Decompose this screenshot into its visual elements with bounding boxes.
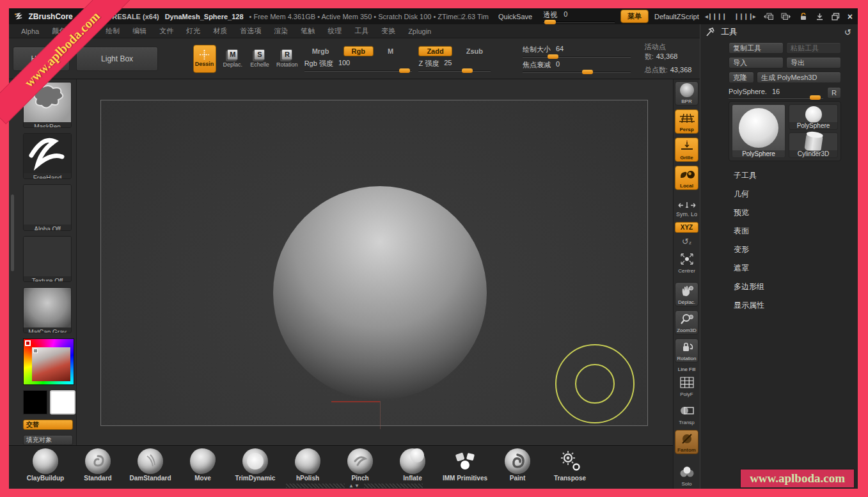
- rgb-toggle[interactable]: Rgb: [343, 46, 374, 56]
- menu-material[interactable]: 材质: [207, 24, 233, 38]
- brush-standard[interactable]: Standard: [72, 448, 124, 482]
- scale-gizmo-button[interactable]: S Echelle: [249, 49, 270, 68]
- clone-button[interactable]: 克隆: [729, 72, 754, 83]
- line-fill-label[interactable]: Line Fill: [678, 367, 696, 372]
- brush-move[interactable]: Move: [177, 448, 229, 482]
- section-display-properties[interactable]: 显示属性: [734, 300, 841, 311]
- copy-tool-button[interactable]: 复制工具: [729, 42, 784, 54]
- brush-hpolish[interactable]: hPolish: [281, 448, 334, 482]
- next-document-icon[interactable]: [781, 13, 791, 20]
- menu-texture[interactable]: 纹理: [322, 24, 347, 38]
- solo-button[interactable]: Solo: [675, 463, 698, 487]
- rotate-gizmo-button[interactable]: R Rotation: [276, 49, 298, 68]
- section-masking[interactable]: 遮罩: [734, 263, 841, 274]
- section-geometry[interactable]: 几何: [734, 189, 841, 200]
- menu-stroke[interactable]: 笔触: [295, 24, 320, 38]
- focal-shift-handle[interactable]: [582, 70, 593, 74]
- tray-resize-bar[interactable]: ▲▼: [9, 482, 700, 489]
- menu-zplugin[interactable]: Zplugin: [402, 26, 437, 37]
- fill-object-button[interactable]: 填充对象: [23, 435, 73, 445]
- restore-icon[interactable]: [832, 13, 840, 20]
- symmetry-lock-button[interactable]: Sym. Lo: [675, 199, 698, 218]
- rgb-intensity-handle[interactable]: [399, 68, 410, 73]
- draw-size-handle[interactable]: [548, 54, 558, 59]
- z-rotate-icon[interactable]: ↺z: [682, 237, 691, 246]
- draw-mode-button[interactable]: Dessin: [193, 45, 216, 73]
- tray-handle-right[interactable]: [364, 484, 423, 488]
- section-polygroups[interactable]: 多边形组: [734, 281, 841, 292]
- brush-claybuildup[interactable]: ClayBuildup: [19, 448, 72, 482]
- brush-damstandard[interactable]: DamStandard: [124, 448, 177, 482]
- section-deformation[interactable]: 变形: [734, 244, 841, 255]
- mrgb-toggle[interactable]: Mrgb: [304, 47, 337, 56]
- perspective-track[interactable]: [543, 21, 615, 23]
- menu-alpha[interactable]: Alpha: [15, 26, 45, 37]
- brush-pinch[interactable]: Pinch: [334, 448, 386, 482]
- menu-preferences[interactable]: 首选项: [234, 24, 267, 38]
- minimize-icon[interactable]: [816, 13, 824, 20]
- local-symmetry-button[interactable]: Local: [675, 166, 698, 190]
- pan-view-button[interactable]: Déplac.: [675, 282, 698, 306]
- focal-shift-slider[interactable]: 焦点衰减0: [523, 60, 631, 73]
- polyframe-button[interactable]: PolyF: [675, 374, 698, 398]
- zoom3d-button[interactable]: Zoom3D: [675, 310, 698, 335]
- section-preview[interactable]: 预览: [734, 207, 841, 218]
- cylinder3d-tool-item[interactable]: Cylinder3D: [789, 132, 838, 158]
- lock-icon[interactable]: [799, 12, 808, 21]
- secondary-color-swatch[interactable]: [50, 390, 75, 414]
- menu-button[interactable]: 菜单: [620, 10, 649, 23]
- draw-size-slider[interactable]: 绘制大小64: [523, 45, 631, 58]
- m-toggle[interactable]: M: [380, 47, 401, 56]
- perspective-toggle-button[interactable]: Persp: [675, 109, 698, 134]
- z-intensity-handle[interactable]: [462, 68, 473, 73]
- paste-tool-button[interactable]: 粘贴工具: [786, 42, 841, 54]
- tray-handle-left[interactable]: [286, 484, 345, 488]
- menu-transform[interactable]: 变换: [375, 24, 401, 38]
- rgb-intensity-slider[interactable]: Rgb 强度100: [304, 59, 413, 72]
- perspective-handle[interactable]: [544, 20, 556, 24]
- ghost-transparency-button[interactable]: Fantom: [675, 430, 698, 454]
- floor-grid-button[interactable]: Grille: [675, 138, 698, 162]
- xyz-symmetry-button[interactable]: XYZ: [675, 222, 698, 233]
- menu-light[interactable]: 灯光: [180, 24, 206, 38]
- hue-selector-icon[interactable]: [25, 340, 31, 346]
- export-button[interactable]: 导出: [786, 57, 841, 68]
- section-subtool[interactable]: 子工具: [734, 170, 841, 181]
- brush-imm-primitives[interactable]: IMM Primitives: [439, 448, 491, 482]
- zadd-toggle[interactable]: Zadd: [418, 46, 452, 56]
- main-color-swatch[interactable]: [23, 390, 47, 414]
- move-gizmo-button[interactable]: M Deplac.: [223, 49, 243, 68]
- quicksave-button[interactable]: QuickSave: [498, 13, 532, 20]
- tray-right-icon[interactable]: ❙❙❙❙▸: [734, 13, 755, 20]
- current-texture-thumbnail[interactable]: Texture Off: [23, 236, 72, 282]
- bpr-render-button[interactable]: BPR: [675, 81, 698, 106]
- tray-left-icon[interactable]: ◂❙❙❙❙: [705, 13, 727, 20]
- zscript-label[interactable]: DefaultZScript: [654, 13, 699, 20]
- brush-transpose[interactable]: Transpose: [544, 448, 596, 482]
- color-selector-icon[interactable]: [33, 349, 38, 353]
- reset-palette-icon[interactable]: ↺: [844, 28, 851, 37]
- section-surface[interactable]: 表面: [734, 226, 841, 237]
- color-picker-saturation-area[interactable]: [32, 347, 70, 381]
- active-tool-thumbnail[interactable]: PolySphere: [732, 104, 785, 158]
- menu-file[interactable]: 文件: [154, 24, 179, 38]
- brush-trimdynamic[interactable]: TrimDynamic: [229, 448, 281, 482]
- transparency-button[interactable]: Transp: [675, 402, 698, 426]
- r-button[interactable]: R: [827, 87, 841, 99]
- zsub-toggle[interactable]: Zsub: [459, 47, 491, 56]
- polysphere-tool-item[interactable]: PolySphere: [789, 104, 838, 130]
- tray-collapse-icon[interactable]: ▲▼: [349, 483, 360, 489]
- import-button[interactable]: 导入: [729, 57, 784, 68]
- brush-inflate[interactable]: Inflate: [386, 448, 439, 482]
- current-alpha-thumbnail[interactable]: Alpha Off: [23, 184, 72, 230]
- rotate-view-button[interactable]: Rotation: [675, 338, 698, 363]
- tray-scrollbar[interactable]: [11, 194, 14, 271]
- current-stroke-thumbnail[interactable]: FreeHand: [23, 133, 72, 179]
- tool-slider-handle[interactable]: [810, 95, 821, 100]
- current-material-thumbnail[interactable]: MatCap Gray: [23, 287, 72, 333]
- center-view-button[interactable]: Centrer: [675, 250, 698, 274]
- light-box-button[interactable]: Light Box: [76, 47, 159, 71]
- color-picker[interactable]: [23, 338, 74, 385]
- menu-render[interactable]: 渲染: [268, 24, 294, 38]
- menu-tool[interactable]: 工具: [349, 24, 374, 38]
